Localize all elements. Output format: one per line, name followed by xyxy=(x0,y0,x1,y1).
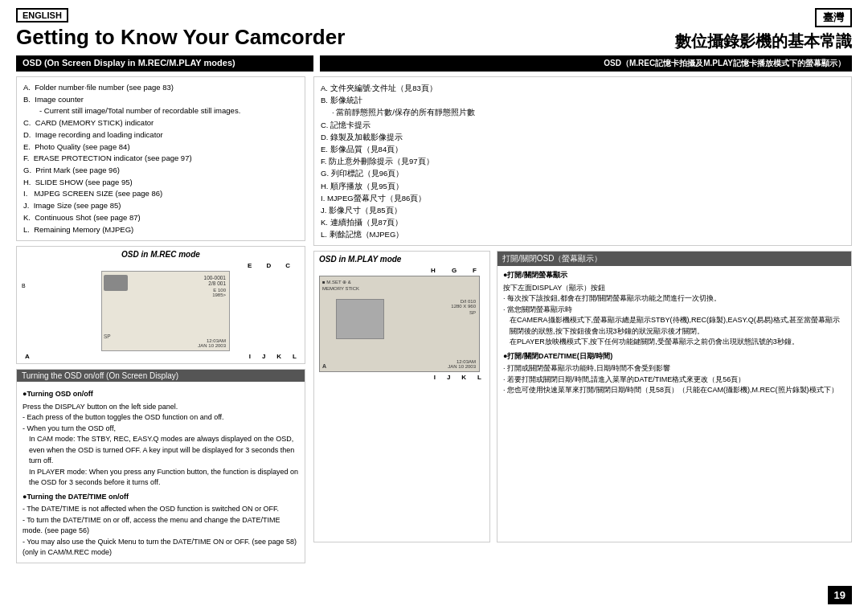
content-area: A. Folder number·file number (see page 8… xyxy=(16,76,852,542)
osd-f-label: SP xyxy=(104,334,111,339)
osd-timestamp: 12:03AM JAN 10 2003 xyxy=(198,338,226,348)
right-item-b: B. 影像統計 xyxy=(321,94,845,106)
right-item-f: F. 防止意外刪除提示（見97頁） xyxy=(321,155,845,167)
mplay-label-a: A xyxy=(322,363,326,369)
datetime-line3: - You may also use the Quick Menu to tur… xyxy=(23,537,299,559)
cn-line3: · 當您關閉螢幕顯示時 xyxy=(503,305,845,316)
osd-mplay-row: OSD in M.PLAY mode H G F ■ M.SET ⊕ & xyxy=(313,251,852,542)
letter-a-bottom: A xyxy=(25,353,30,360)
cn-datetime1: · 打開或關閉螢幕顯示功能時,日期/時間不會受到影響 xyxy=(503,363,845,375)
letter-b-side: B xyxy=(22,271,31,289)
right-item-d: D. 錄製及加載影像提示 xyxy=(321,131,845,143)
cn-line1: 按下左面DISPLAY（顯示）按鈕 xyxy=(503,283,845,294)
turning-osd-left-header: Turning the OSD on/off (On Screen Displa… xyxy=(17,370,305,382)
left-items-list: A. Folder number·file number (see page 8… xyxy=(16,76,305,241)
right-item-j: J. 影像尺寸（見85頁） xyxy=(321,204,845,216)
letter-e: E xyxy=(248,262,252,269)
letter-h: H xyxy=(431,267,436,274)
page: ENGLISH Getting to Know Your Camcorder 臺… xyxy=(0,0,868,614)
turn-player-mode: In PLAYER mode: When you press any Funct… xyxy=(23,467,299,489)
left-item-b-sub: - Current still image/Total number of re… xyxy=(23,105,298,117)
bullet-datetime: ●Turning the DATE/TIME on/off xyxy=(23,492,299,503)
cn-camera-mode: 在CAMERA攝影機模式下,螢幕顯示總是顯示STBY(待機),REC(錄製),E… xyxy=(503,315,845,337)
right-item-e: E. 影像品質（見84頁） xyxy=(321,143,845,155)
turn-cam-mode: In CAM mode: The STBY, REC, EASY.Q modes… xyxy=(23,434,299,445)
edc-letters: E D C xyxy=(22,262,300,269)
left-column: A. Folder number·file number (see page 8… xyxy=(16,76,305,542)
letter-f: F xyxy=(473,267,477,274)
turning-osd-right-header: 打開/關閉OSD（螢幕顯示） xyxy=(497,252,851,266)
osd-mrec-box: OSD in M.REC mode E D C B 100-00 xyxy=(16,246,305,364)
osd-mrec-content: B 100-0001 2/8 001 E 100 1985> xyxy=(22,271,300,351)
right-item-i: I. MJPEG螢幕尺寸（見86頁） xyxy=(321,192,845,204)
datetime-line1: - The DATE/TIME is not affected when the… xyxy=(23,504,299,515)
header-left: ENGLISH Getting to Know Your Camcorder xyxy=(16,8,345,49)
bullet-turning-on: ●Turning OSD on/off xyxy=(23,389,299,400)
right-column: A. 文件夾編號·文件址（見83頁） B. 影像統計 · 當前靜態照片數/保存的… xyxy=(313,76,852,542)
header: ENGLISH Getting to Know Your Camcorder 臺… xyxy=(16,8,852,52)
datetime-line2: - To turn the DATE/TIME on or off, acces… xyxy=(23,515,299,537)
turn-cam-mode2: even when the OSD is turned OFF. A key i… xyxy=(23,445,299,467)
left-item-g: G. Print Mark (see page 96) xyxy=(23,165,298,177)
turning-osd-left-content: ●Turning OSD on/off Press the DISPLAY bu… xyxy=(17,385,305,563)
right-item-g: G. 列印標記（見96頁） xyxy=(321,167,845,179)
left-item-i: I. MJPEG SCREEN SIZE (see page 86) xyxy=(23,188,298,200)
turning-osd-right-content: ●打開/關閉螢幕顯示 按下左面DISPLAY（顯示）按鈕 · 每次按下該按鈕,都… xyxy=(497,266,851,400)
section-header-row: OSD (On Screen Display in M.REC/M.PLAY m… xyxy=(16,55,852,72)
left-item-j: J. Image Size (see page 85) xyxy=(23,200,298,212)
osd-cam-placeholder xyxy=(104,275,128,291)
mplay-top-left: ■ M.SET ⊕ & MEMORY STICK xyxy=(322,279,359,291)
right-item-a: A. 文件夾編號·文件址（見83頁） xyxy=(321,82,845,94)
english-badge: ENGLISH xyxy=(16,8,68,23)
section-header-left: OSD (On Screen Display in M.REC/M.PLAY m… xyxy=(16,55,313,72)
osd-screen-inner: 100-0001 2/8 001 E 100 1985> SP xyxy=(102,272,229,350)
main-title: Getting to Know Your Camcorder xyxy=(16,26,345,49)
osd-folder-info: 100-0001 2/8 001 E 100 1985> xyxy=(204,275,226,297)
right-item-b-sub: · 當前靜態照片數/保存的所有靜態照片數 xyxy=(321,106,845,118)
osd-mrec-screen: 100-0001 2/8 001 E 100 1985> SP xyxy=(101,271,230,351)
cn-line2: · 每次按下該按鈕,都會在打開/關閉螢幕顯示功能之間進行一次切換。 xyxy=(503,293,845,305)
section-header-right: OSD（M.REC記憶卡拍攝及M.PLAY記憶卡播放模式下的螢幕顯示） xyxy=(320,55,852,72)
cn-bullet1: ●打開/關閉螢幕顯示 xyxy=(503,270,845,281)
right-item-l: L. 剩餘記憶（MJPEG） xyxy=(321,228,845,240)
left-item-k: K. Continuous Shot (see page 87) xyxy=(23,212,298,224)
right-item-k: K. 連續拍攝（見87頁） xyxy=(321,216,845,228)
osd-mplay-screen: ■ M.SET ⊕ & MEMORY STICK D/I 010 1280 X … xyxy=(319,276,480,372)
cn-datetime2: · 若要打開或關閉日期/時間,請進入菜單的DATE/TIME格式來更改（見56頁… xyxy=(503,375,845,386)
osd-mplay-box: OSD in M.PLAY mode H G F ■ M.SET ⊕ & xyxy=(313,251,490,542)
letters-ijk-bottom: IJKL xyxy=(249,353,297,360)
left-item-e: E. Photo Quality (see page 84) xyxy=(23,141,298,154)
right-item-c: C. 記憶卡提示 xyxy=(321,119,845,131)
chinese-title: 數位攝錄影機的基本常識 xyxy=(675,31,852,52)
left-item-a: A. Folder number·file number (see page 8… xyxy=(23,82,298,94)
left-item-f: F. ERASE PROTECTION indicator (see page … xyxy=(23,153,298,165)
cn-player-mode: 在PLAYER放映機模式下,按下任何功能鍵關閉,受螢幕顯示之前仍會出現狀態訊號的… xyxy=(503,337,845,348)
bottom-letters-mrec: A IJKL xyxy=(22,353,300,360)
mplay-timestamp: 12:03AM JAN 10 2003 xyxy=(448,359,476,369)
osd-mrec-label: OSD in M.REC mode xyxy=(22,250,300,259)
right-items-list: A. 文件夾編號·文件址（見83頁） B. 影像統計 · 當前靜態照片數/保存的… xyxy=(313,76,852,246)
mplay-image-placeholder xyxy=(336,299,384,339)
left-item-d: D. Image recording and loading indicator xyxy=(23,129,298,141)
turn-line3: - When you turn the OSD off, xyxy=(23,424,299,435)
mplay-bottom-letters: IJKL xyxy=(319,374,485,381)
taiwan-badge: 臺灣 xyxy=(815,8,852,27)
hgf-row: H G F xyxy=(319,267,485,274)
left-item-l: L. Remaining Memory (MJPEG) xyxy=(23,224,298,236)
turn-line2: - Each press of the button toggles the O… xyxy=(23,412,299,424)
mplay-right-info: D/I 010 1280 X 960 SP xyxy=(451,299,476,315)
turning-osd-right-box: 打開/關閉OSD（螢幕顯示） ●打開/關閉螢幕顯示 按下左面DISPLAY（顯示… xyxy=(497,251,852,542)
cn-datetime3: · 您也可使用快速菜單來打開/關閉日期/時間（見58頁）（只能在CAM(攝影機)… xyxy=(503,385,845,396)
left-item-c: C. CARD (MEMORY STICK) indicator xyxy=(23,117,298,129)
left-item-b: B. Image counter xyxy=(23,94,298,106)
turning-osd-left-box: Turning the OSD on/off (On Screen Displa… xyxy=(16,369,305,563)
right-item-h: H. 順序播放（見95頁） xyxy=(321,180,845,192)
letter-g: G xyxy=(452,267,457,274)
left-item-h: H. SLIDE SHOW (see page 95) xyxy=(23,177,298,189)
osd-mplay-label: OSD in M.PLAY mode xyxy=(319,255,485,264)
letter-d: D xyxy=(266,262,271,269)
header-right: 臺灣 數位攝錄影機的基本常識 xyxy=(675,8,852,52)
page-number: 19 xyxy=(828,586,852,604)
letter-c: C xyxy=(285,262,290,269)
turn-line1: Press the DISPLAY button on the left sid… xyxy=(23,402,299,413)
